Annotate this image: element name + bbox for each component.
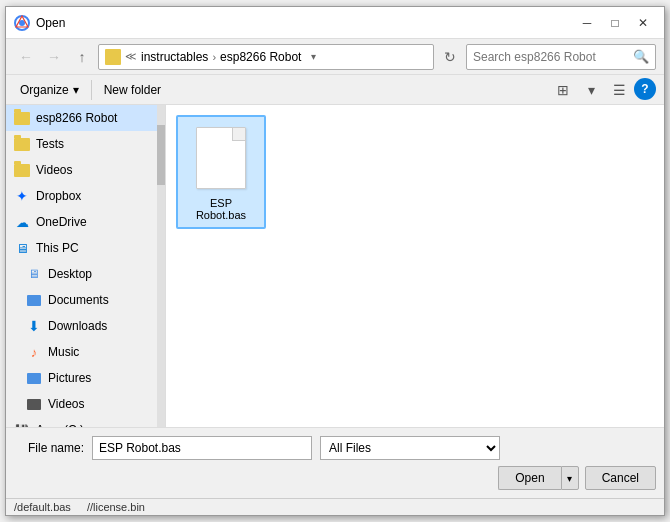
address-chevron: › <box>212 51 216 63</box>
sidebar-label-this-pc: This PC <box>36 241 79 255</box>
grid-view-icon: ⊞ <box>557 82 569 98</box>
sidebar-item-this-pc[interactable]: 🖥 This PC <box>6 235 165 261</box>
open-dialog: Open ─ □ ✕ ← → ↑ ≪ instructables › esp82… <box>5 6 665 516</box>
file-icon-wrapper <box>191 123 251 193</box>
sidebar-item-dropbox[interactable]: ✦ Dropbox <box>6 183 165 209</box>
drive-icon: 💾 <box>14 422 30 427</box>
sidebar-label-esp8266-robot: esp8266 Robot <box>36 111 117 125</box>
filename-input[interactable] <box>92 436 312 460</box>
address-breadcrumb-separator: ≪ <box>125 50 137 63</box>
sidebar-item-tests[interactable]: Tests <box>6 131 165 157</box>
search-icon: 🔍 <box>633 49 649 64</box>
organize-label: Organize <box>20 83 69 97</box>
grid-view-button[interactable]: ⊞ <box>550 78 576 102</box>
sidebar-label-music: Music <box>48 345 79 359</box>
this-pc-icon: 🖥 <box>14 240 30 256</box>
sidebar-item-music[interactable]: ♪ Music <box>6 339 165 365</box>
pictures-icon <box>26 370 42 386</box>
title-bar: Open ─ □ ✕ <box>6 7 664 39</box>
sidebar-label-acer-c: Acer (C:) <box>36 423 84 427</box>
folder-icon <box>14 136 30 152</box>
sidebar-label-videos2: Videos <box>48 397 84 411</box>
up-button[interactable]: ↑ <box>70 45 94 69</box>
organize-dropdown-icon: ▾ <box>73 83 79 97</box>
bottom-area: File name: All Files Open ▾ Cancel <box>6 427 664 498</box>
organize-button[interactable]: Organize ▾ <box>14 78 85 102</box>
sidebar-scrollbar[interactable] <box>157 105 165 427</box>
videos-icon <box>26 396 42 412</box>
filetype-select[interactable]: All Files <box>320 436 500 460</box>
view-dropdown-icon: ▾ <box>588 82 595 98</box>
sidebar-label-tests: Tests <box>36 137 64 151</box>
sidebar-item-desktop[interactable]: 🖥 Desktop <box>6 261 165 287</box>
view-buttons: ⊞ ▾ ☰ ? <box>550 78 656 102</box>
filename-row: File name: All Files <box>14 436 656 460</box>
details-view-icon: ☰ <box>613 82 626 98</box>
sidebar-item-videos2[interactable]: Videos <box>6 391 165 417</box>
address-breadcrumb-part2: esp8266 Robot <box>220 50 301 64</box>
open-btn-group: Open ▾ <box>498 466 578 490</box>
content-pane: ESP Robot.bas <box>166 105 664 427</box>
address-bar: ← → ↑ ≪ instructables › esp8266 Robot ▾ … <box>6 39 664 75</box>
documents-icon <box>26 292 42 308</box>
address-breadcrumb-part1: instructables <box>141 50 208 64</box>
sidebar-item-pictures[interactable]: Pictures <box>6 365 165 391</box>
chrome-icon <box>14 15 30 31</box>
dropbox-icon: ✦ <box>14 188 30 204</box>
dialog-title: Open <box>36 16 574 30</box>
open-dropdown-button[interactable]: ▾ <box>561 466 579 490</box>
view-dropdown-button[interactable]: ▾ <box>578 78 604 102</box>
cancel-button[interactable]: Cancel <box>585 466 656 490</box>
action-row: Open ▾ Cancel <box>14 466 656 490</box>
folder-icon <box>14 162 30 178</box>
help-icon: ? <box>641 82 648 96</box>
close-button[interactable]: ✕ <box>630 13 656 33</box>
maximize-button[interactable]: □ <box>602 13 628 33</box>
search-input[interactable] <box>473 50 633 64</box>
open-button[interactable]: Open <box>498 466 560 490</box>
sidebar-item-acer-c[interactable]: 💾 Acer (C:) <box>6 417 165 427</box>
sidebar-label-videos: Videos <box>36 163 72 177</box>
onedrive-icon: ☁ <box>14 214 30 230</box>
search-box[interactable]: 🔍 <box>466 44 656 70</box>
filename-label: File name: <box>14 441 84 455</box>
toolbar-separator <box>91 80 92 100</box>
open-dropdown-icon: ▾ <box>567 473 572 484</box>
file-name-label: ESP Robot.bas <box>184 197 258 221</box>
address-dropdown-button[interactable]: ▾ <box>305 44 321 70</box>
status-item-2: //license.bin <box>87 501 145 513</box>
details-view-button[interactable]: ☰ <box>606 78 632 102</box>
forward-button[interactable]: → <box>42 45 66 69</box>
sidebar: esp8266 Robot Tests Videos ✦ <box>6 105 166 427</box>
back-button[interactable]: ← <box>14 45 38 69</box>
sidebar-item-videos[interactable]: Videos <box>6 157 165 183</box>
sidebar-item-onedrive[interactable]: ☁ OneDrive <box>6 209 165 235</box>
downloads-icon: ⬇ <box>26 318 42 334</box>
sidebar-label-desktop: Desktop <box>48 267 92 281</box>
sidebar-scroll-thumb[interactable] <box>157 125 165 185</box>
sidebar-label-documents: Documents <box>48 293 109 307</box>
new-folder-label: New folder <box>104 83 161 97</box>
music-icon: ♪ <box>26 344 42 360</box>
folder-icon <box>14 110 30 126</box>
title-controls: ─ □ ✕ <box>574 13 656 33</box>
status-item-1: /default.bas <box>14 501 71 513</box>
address-path[interactable]: ≪ instructables › esp8266 Robot ▾ <box>98 44 434 70</box>
sidebar-label-downloads: Downloads <box>48 319 107 333</box>
sidebar-item-downloads[interactable]: ⬇ Downloads <box>6 313 165 339</box>
sidebar-label-pictures: Pictures <box>48 371 91 385</box>
sidebar-label-dropbox: Dropbox <box>36 189 81 203</box>
folder-icon <box>105 49 121 65</box>
sidebar-label-onedrive: OneDrive <box>36 215 87 229</box>
desktop-icon: 🖥 <box>26 266 42 282</box>
minimize-button[interactable]: ─ <box>574 13 600 33</box>
new-folder-button[interactable]: New folder <box>98 78 167 102</box>
sidebar-item-esp8266-robot[interactable]: esp8266 Robot <box>6 105 165 131</box>
main-area: esp8266 Robot Tests Videos ✦ <box>6 105 664 427</box>
help-button[interactable]: ? <box>634 78 656 100</box>
status-bar: /default.bas //license.bin <box>6 498 664 515</box>
file-item-esp-robot-bas[interactable]: ESP Robot.bas <box>176 115 266 229</box>
refresh-button[interactable]: ↻ <box>438 45 462 69</box>
sidebar-item-documents[interactable]: Documents <box>6 287 165 313</box>
file-page-icon <box>196 127 246 189</box>
